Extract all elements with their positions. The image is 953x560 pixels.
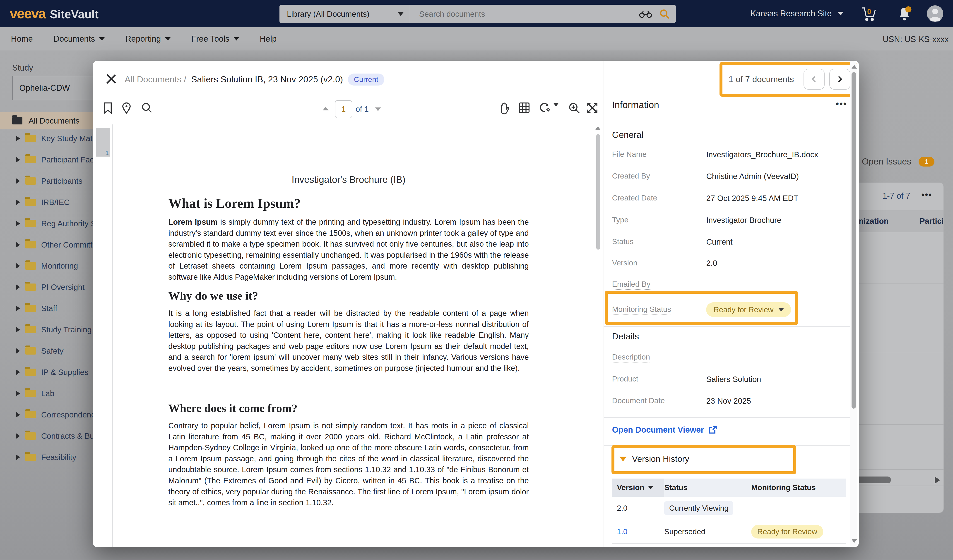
notifications-bell-icon[interactable] (896, 5, 913, 22)
sidebar-folder-item[interactable]: Key Study Materials (0, 130, 93, 148)
sidebar-folder-item[interactable]: Feasibility (0, 448, 76, 467)
thumbnail-grid-icon[interactable] (518, 102, 530, 114)
sidebar-folder-item[interactable]: Safety (0, 342, 64, 360)
version-history-table: Version Status Monitoring Status 2.0 Cur… (612, 478, 846, 544)
field-row: Type Investigator Brochure (612, 216, 849, 225)
bookmark-icon[interactable] (103, 102, 112, 114)
folder-icon (25, 241, 36, 248)
search-in-document-icon[interactable] (141, 102, 153, 114)
binoculars-icon[interactable] (639, 10, 652, 19)
breadcrumb-all-documents[interactable]: All Documents / (124, 74, 186, 84)
sidebar-folder-item[interactable]: Study Training (0, 320, 92, 339)
expand-caret-icon[interactable] (16, 454, 20, 460)
expand-caret-icon[interactable] (16, 369, 20, 375)
document-page-area: 1 Investigator's Brochure (IB) What is L… (93, 124, 604, 547)
expand-caret-icon[interactable] (16, 348, 20, 354)
expand-caret-icon[interactable] (16, 200, 20, 205)
sidebar-item-all-documents[interactable]: All Documents (0, 112, 93, 129)
previous-page-icon[interactable] (323, 107, 329, 110)
search-input[interactable] (418, 9, 639, 19)
expand-caret-icon[interactable] (16, 327, 20, 333)
library-scope-dropdown[interactable]: Library (All Documents) (279, 5, 410, 23)
location-pin-icon[interactable] (122, 102, 131, 114)
expand-caret-icon[interactable] (16, 284, 20, 290)
next-page-icon[interactable] (375, 107, 381, 111)
expand-caret-icon[interactable] (16, 178, 20, 184)
nav-help[interactable]: Help (260, 34, 277, 44)
nav-reporting[interactable]: Reporting (125, 34, 171, 44)
nav-free-tools[interactable]: Free Tools (191, 34, 239, 44)
previous-document-button[interactable] (804, 69, 824, 90)
expand-caret-icon[interactable] (16, 305, 20, 311)
ellipsis-icon[interactable]: ••• (921, 190, 932, 200)
scrollbar-thumb[interactable] (852, 72, 856, 408)
field-value: Saliers Solution (706, 375, 761, 384)
horizontal-scrollbar[interactable] (854, 476, 891, 483)
folder-icon (25, 368, 36, 376)
rotate-options-caret-icon[interactable] (553, 106, 559, 118)
sidebar-folder-item[interactable]: Other Committees (0, 235, 93, 254)
expand-caret-icon[interactable] (16, 263, 20, 269)
nav-documents[interactable]: Documents (53, 34, 105, 44)
fullscreen-icon[interactable] (587, 102, 598, 114)
version-cell: 2.0 (612, 504, 664, 512)
close-icon[interactable] (105, 73, 117, 85)
doc-paragraph-1: Lorem Ipsum is simply dummy text of the … (168, 217, 529, 282)
expand-caret-icon[interactable] (16, 221, 20, 226)
sidebar-folder-item[interactable]: Correspondence (0, 406, 93, 424)
next-document-button[interactable] (829, 69, 851, 90)
nav-home[interactable]: Home (11, 34, 33, 44)
expand-caret-icon[interactable] (16, 433, 20, 439)
status-cell: Currently Viewing (664, 504, 751, 512)
zoom-in-icon[interactable] (568, 102, 580, 114)
site-selector[interactable]: Kansas Research Site (751, 0, 844, 27)
folder-label: Safety (41, 347, 64, 356)
sidebar-folder-item[interactable]: Lab (0, 384, 54, 403)
column-version[interactable]: Version (612, 478, 664, 497)
scroll-down-icon[interactable] (852, 539, 857, 543)
study-select[interactable]: Ophelia-CDW (12, 76, 104, 100)
search-icon[interactable] (660, 9, 670, 19)
field-row: Description (612, 353, 849, 362)
sidebar-folder-item[interactable]: IP & Supplies (0, 363, 88, 382)
sidebar-folder-item[interactable]: Reg Authority Subm (0, 214, 93, 233)
sidebar-folder-item[interactable]: Contracts & Budg (0, 427, 93, 445)
open-document-viewer-link[interactable]: Open Document Viewer (612, 425, 717, 435)
version-link[interactable]: 1.0 (617, 528, 627, 536)
expand-caret-icon[interactable] (16, 242, 20, 248)
avatar[interactable] (926, 5, 944, 22)
sidebar-folder-item[interactable]: IRB/IEC (0, 193, 70, 211)
field-label: Created Date (612, 194, 706, 203)
document-viewer-modal: All Documents / Saliers Solution IB, 23 … (93, 60, 859, 547)
version-history-header-row: Version Status Monitoring Status (612, 478, 846, 497)
page-thumbnail[interactable]: 1 (96, 128, 110, 156)
expand-caret-icon[interactable] (16, 412, 20, 418)
study-select-value: Ophelia-CDW (19, 83, 70, 93)
expand-caret-icon[interactable] (16, 157, 20, 163)
brand-logo[interactable]: veeva SiteVault (10, 5, 99, 22)
doc-paragraph-3: Contrary to popular belief, Lorem Ipsum … (168, 420, 529, 508)
column-monitoring-status[interactable]: Monitoring Status (751, 483, 846, 492)
scroll-right-arrow-icon[interactable] (934, 476, 940, 484)
sidebar-folder-item[interactable]: Staff (0, 299, 57, 318)
rotate-icon[interactable] (539, 102, 551, 114)
field-label: Product (612, 375, 706, 384)
sidebar-folder-item[interactable]: Participants (0, 172, 82, 190)
doc-scrollbar[interactable] (596, 134, 600, 249)
page-number-input[interactable]: 1 (335, 100, 352, 118)
cart-icon[interactable]: 0 (860, 4, 878, 23)
pan-hand-icon[interactable] (499, 102, 511, 115)
column-status[interactable]: Status (664, 483, 751, 492)
expand-caret-icon[interactable] (16, 136, 20, 141)
info-menu-ellipsis-icon[interactable]: ••• (836, 99, 847, 109)
doc-scroll-up-icon[interactable] (595, 126, 601, 130)
sidebar-folder-item[interactable]: PI Oversight (0, 278, 85, 296)
sidebar-folder-item[interactable]: Participant Facing (0, 151, 93, 169)
scroll-up-icon[interactable] (852, 65, 857, 68)
sidebar-folder-item[interactable]: Monitoring (0, 257, 78, 275)
top-header: veeva SiteVault Library (All Documents) … (0, 0, 953, 27)
info-panel-scrollbar[interactable] (850, 61, 857, 546)
folder-icon (25, 390, 36, 397)
field-label: Status (612, 237, 706, 247)
expand-caret-icon[interactable] (16, 391, 20, 396)
